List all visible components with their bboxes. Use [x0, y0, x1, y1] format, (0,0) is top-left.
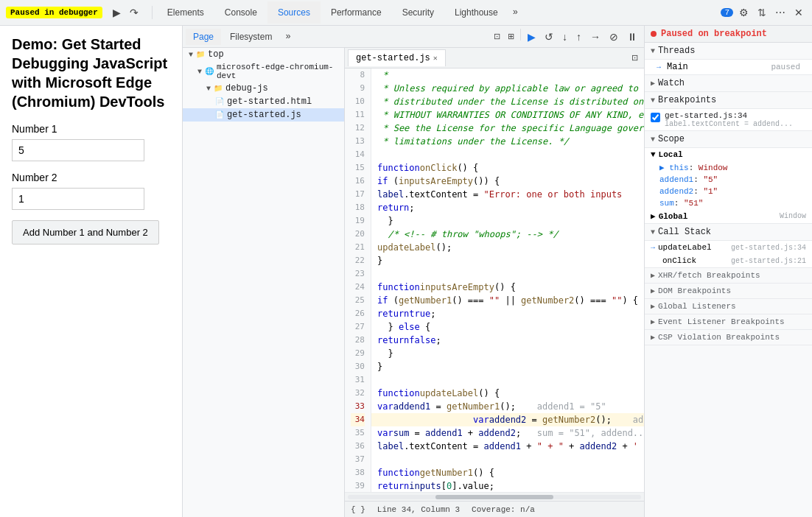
code-line-12: * See the License for the specific Langu…: [371, 122, 644, 135]
bp-arrow: ▼: [651, 96, 655, 105]
demo-panel: Demo: Get Started Debugging JavaScript w…: [0, 26, 183, 517]
tree-label-ms: microsoft-edge-chromium-devt: [217, 63, 344, 80]
file-icon-js: 📄: [215, 110, 224, 119]
el-label: Event Listener Breakpoints: [658, 317, 785, 326]
close-devtools-btn[interactable]: ✕: [791, 4, 806, 21]
add-numbers-button[interactable]: Add Number 1 and Number 2: [12, 220, 159, 245]
tree-label-debug: debug-js: [225, 83, 268, 94]
tab-security[interactable]: Security: [392, 1, 444, 24]
code-line-10: * distributed under the License is distr…: [371, 95, 644, 108]
tree-item-ms-edge[interactable]: ▼ 🌐 microsoft-edge-chromium-devt: [183, 61, 344, 82]
tree-label-js: get-started.js: [227, 110, 301, 120]
folder-icon-top: 📁: [196, 50, 205, 59]
status-coverage: Coverage: n/a: [472, 505, 535, 514]
debug-deactivate[interactable]: ⊘: [606, 29, 622, 45]
code-line-11: * WITHOUT WARRANTIES OR CONDITIONS OF AN…: [371, 108, 644, 122]
sources-tab-filesystem[interactable]: Filesystem: [223, 29, 279, 45]
threads-arrow: ▼: [651, 47, 655, 55]
threads-label: Threads: [658, 46, 695, 56]
callstack-item-1[interactable]: onClick get-started.js:21: [645, 254, 812, 267]
csp-arrow: ▶: [651, 333, 655, 342]
horizontal-scrollbar[interactable]: [345, 492, 644, 501]
folder-icon-ms: 🌐: [205, 67, 214, 76]
code-line-36: label.textContent = addend1 + " + " + ad…: [371, 440, 644, 453]
event-listeners-section[interactable]: ▶ Event Listener Breakpoints: [645, 314, 812, 330]
scope-global-val: Window: [780, 212, 806, 220]
tab-lighthouse[interactable]: Lighthouse: [444, 1, 508, 24]
breakpoint-item-0[interactable]: get-started.js:34 label.textContent = ad…: [645, 109, 812, 130]
tree-item-js[interactable]: 📄 get-started.js: [183, 108, 344, 122]
status-bar: { } Line 34, Column 3 Coverage: n/a: [345, 501, 644, 517]
sources-more-tabs[interactable]: »: [281, 26, 295, 48]
callstack-item-0[interactable]: → updateLabel get-started.js:34: [645, 241, 812, 254]
tab-performance[interactable]: Performance: [321, 1, 392, 24]
tree-item-html[interactable]: 📄 get-started.html: [183, 95, 344, 108]
number2-input[interactable]: [12, 188, 144, 210]
debug-pause-exc[interactable]: ⏸: [623, 29, 641, 45]
global-listeners-section[interactable]: ▶ Global Listeners: [645, 299, 812, 314]
number1-label: Number 1: [12, 123, 170, 135]
experiments-btn[interactable]: ⇅: [755, 4, 769, 21]
callstack-section-header[interactable]: ▼ Call Stack: [645, 224, 812, 241]
callstack-fn-0: updateLabel: [658, 243, 712, 252]
xhr-arrow: ▶: [651, 271, 655, 280]
code-line-14: [371, 148, 644, 161]
demo-title: Demo: Get Started Debugging JavaScript w…: [12, 35, 170, 111]
scrollbar-track[interactable]: [348, 495, 641, 499]
thread-main[interactable]: → Main paused: [645, 60, 812, 74]
resume-btn[interactable]: ▶: [110, 4, 124, 21]
debug-step-over[interactable]: ↺: [541, 29, 557, 45]
code-line-39: return inputs[0].value;: [371, 479, 644, 492]
debug-step-out[interactable]: ↑: [573, 29, 585, 45]
tab-console[interactable]: Console: [214, 1, 267, 24]
code-editor: 8 9 10 11 12 13 14 15 16 17 18 19: [345, 68, 644, 492]
bp-file: get-started.js:34: [665, 111, 793, 120]
scope-global-header[interactable]: ▶ Global Window: [645, 209, 812, 223]
debug-step[interactable]: →: [587, 29, 604, 45]
bp-checkbox[interactable]: [651, 113, 660, 122]
callstack-fn-1: onClick: [662, 256, 696, 265]
editor-panel-toggle[interactable]: ⊡: [629, 50, 641, 66]
code-area[interactable]: 8 9 10 11 12 13 14 15 16 17 18 19: [345, 68, 644, 492]
debug-resume[interactable]: ▶: [524, 29, 539, 45]
watch-section-header[interactable]: ▶ Watch: [645, 75, 812, 92]
tree-item-debug-js[interactable]: ▼ 📁 debug-js: [183, 82, 344, 95]
more-options-btn[interactable]: ⋯: [772, 4, 788, 21]
code-line-9: * Unless required by applicable law or a…: [371, 82, 644, 95]
dom-arrow: ▶: [651, 286, 655, 295]
more-tabs-btn[interactable]: »: [508, 1, 522, 24]
csp-section[interactable]: ▶ CSP Violation Breakpoints: [645, 330, 812, 345]
scope-local-label: Local: [659, 150, 683, 159]
editor-tab-js[interactable]: get-started.js ✕: [348, 49, 446, 66]
tab-sources[interactable]: Sources: [267, 1, 321, 24]
debug-step-into[interactable]: ↓: [559, 29, 571, 45]
callstack-arrow-0: →: [651, 244, 655, 252]
dom-label: DOM Breakpoints: [658, 286, 731, 295]
tree-item-top[interactable]: ▼ 📁 top: [183, 48, 344, 61]
step-over-btn[interactable]: ↷: [127, 4, 141, 21]
close-tab-icon[interactable]: ✕: [433, 54, 438, 63]
settings-btn[interactable]: ⚙: [736, 4, 752, 21]
xhr-fetch-section[interactable]: ▶ XHR/fetch Breakpoints: [645, 268, 812, 284]
scrollbar-thumb[interactable]: [435, 495, 553, 499]
number1-input[interactable]: [12, 139, 144, 161]
gl-label: Global Listeners: [658, 302, 736, 311]
scope-this-val: Window: [699, 163, 728, 172]
sources-tab-page[interactable]: Page: [186, 29, 221, 45]
scope-sum-val: "51": [684, 199, 703, 208]
sync-btn[interactable]: ⊡: [491, 29, 503, 45]
scope-local-header[interactable]: ▼ Local: [645, 148, 812, 161]
breakpoints-section-header[interactable]: ▼ Breakpoints: [645, 92, 812, 109]
notification-badge: 7: [721, 8, 733, 17]
code-line-17: label.textContent = "Error: one or both …: [371, 188, 644, 201]
tab-elements[interactable]: Elements: [157, 1, 214, 24]
scope-section-header[interactable]: ▼ Scope: [645, 131, 812, 148]
split-btn[interactable]: ⊞: [505, 29, 517, 45]
code-line-37: [371, 453, 644, 466]
callstack-loc-1: get-started.js:21: [731, 257, 806, 265]
dom-breakpoints-section[interactable]: ▶ DOM Breakpoints: [645, 284, 812, 299]
status-braces: { }: [351, 505, 365, 514]
scope-label: Scope: [658, 134, 685, 144]
threads-section-header[interactable]: ▼ Threads: [645, 43, 812, 60]
code-line-21: updateLabel();: [371, 241, 644, 254]
